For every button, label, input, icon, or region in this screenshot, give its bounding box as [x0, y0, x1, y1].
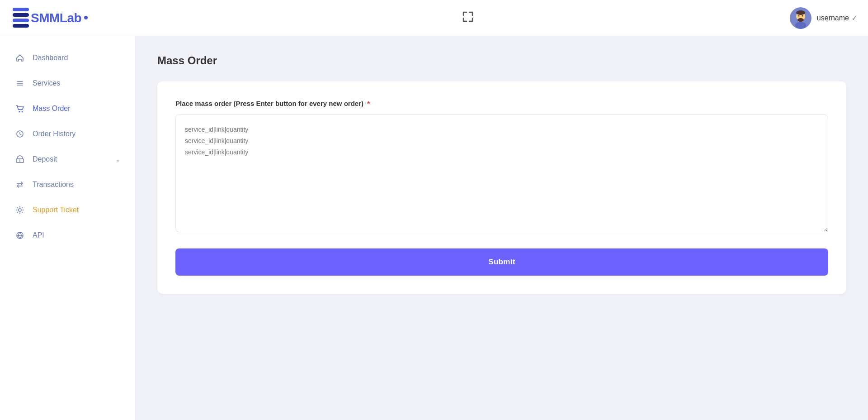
logo-icon [11, 7, 31, 29]
list-icon [14, 79, 25, 88]
dashboard-label: Dashboard [33, 54, 121, 62]
svg-point-14 [19, 111, 20, 113]
sidebar-item-api[interactable]: API [0, 223, 135, 248]
sidebar-item-dashboard[interactable]: Dashboard [0, 45, 135, 71]
home-icon [14, 53, 25, 62]
svg-point-19 [19, 209, 21, 211]
username-area[interactable]: username ✓ [817, 14, 857, 22]
deposit-label: Deposit [33, 155, 108, 163]
sidebar-item-services[interactable]: Services [0, 71, 135, 96]
sidebar: Dashboard Services Mass Order [0, 36, 136, 420]
clock-icon [14, 129, 25, 138]
page-title: Mass Order [157, 54, 846, 67]
svg-point-15 [22, 111, 23, 113]
svg-rect-3 [13, 24, 29, 28]
header: SMMLab [0, 0, 868, 36]
username-label: username [817, 14, 849, 22]
gear-icon [14, 205, 25, 215]
sidebar-item-mass-order[interactable]: Mass Order [0, 96, 135, 121]
mass-order-label: Mass Order [33, 105, 121, 113]
svg-point-8 [798, 15, 799, 16]
bank-icon [14, 155, 25, 164]
svg-point-10 [795, 22, 806, 29]
arrows-icon [14, 180, 25, 189]
required-marker: * [367, 100, 370, 107]
avatar [790, 7, 811, 29]
header-center [458, 7, 478, 29]
sidebar-item-transactions[interactable]: Transactions [0, 172, 135, 197]
order-history-label: Order History [33, 130, 121, 138]
sidebar-item-order-history[interactable]: Order History [0, 121, 135, 147]
chevron-down-icon: ✓ [852, 14, 857, 22]
header-right: username ✓ [790, 7, 857, 29]
logo-text: SMMLab [31, 11, 81, 25]
logo-dot [84, 16, 88, 19]
form-label: Place mass order (Press Enter button for… [175, 100, 828, 107]
support-ticket-label: Support Ticket [33, 206, 121, 214]
cart-icon [14, 104, 25, 113]
svg-point-7 [797, 18, 804, 22]
submit-button[interactable]: Submit [175, 248, 828, 276]
main-content: Mass Order Place mass order (Press Enter… [136, 36, 868, 420]
services-label: Services [33, 79, 121, 87]
layout: Dashboard Services Mass Order [0, 36, 868, 420]
svg-point-9 [802, 15, 803, 16]
collapse-icon[interactable] [458, 7, 478, 29]
globe-icon [14, 231, 25, 240]
svg-rect-1 [13, 13, 29, 17]
api-label: API [33, 231, 121, 239]
mass-order-card: Place mass order (Press Enter button for… [157, 81, 846, 294]
deposit-chevron-icon: ⌄ [115, 156, 121, 163]
sidebar-item-deposit[interactable]: Deposit ⌄ [0, 147, 135, 172]
svg-rect-0 [13, 8, 29, 11]
mass-order-textarea[interactable] [175, 115, 828, 232]
sidebar-item-support-ticket[interactable]: Support Ticket [0, 197, 135, 223]
logo: SMMLab [11, 7, 146, 29]
transactions-label: Transactions [33, 181, 121, 189]
svg-point-6 [796, 10, 805, 15]
svg-rect-2 [13, 19, 29, 22]
